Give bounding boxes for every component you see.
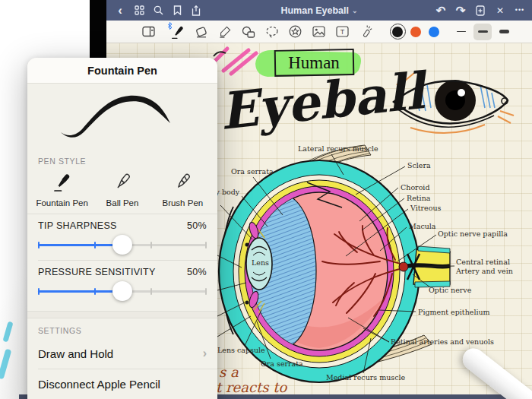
thickness-thick[interactable] (495, 24, 513, 40)
more-icon[interactable]: ••• (514, 5, 526, 17)
text-tool-icon[interactable]: T (334, 24, 351, 40)
diagram-label: Optic nerve papilla (438, 230, 508, 238)
pressure-sensitivity-label: PRESSURE SENSITIVITY (38, 267, 156, 277)
lasso-tool-icon[interactable] (264, 24, 280, 40)
slider-knob[interactable] (112, 281, 132, 301)
diagram-label: Lateral recurs muscle (298, 144, 378, 153)
diagram-label: Ora serrata (231, 167, 274, 176)
apple-pencil-connected-icon (167, 22, 173, 30)
nav-left-group: ‹ (106, 5, 202, 17)
diagram-label: Optic nerve (429, 286, 472, 294)
cyan-pen-stroke (0, 349, 11, 380)
pressure-sensitivity-value: 50% (187, 267, 207, 277)
pen-option-label: Brush Pen (162, 198, 203, 207)
disconnect-apple-pencil-label: Disconnect Apple Pencil (38, 378, 160, 391)
fountain-pen-icon (51, 170, 74, 196)
bookmark-icon[interactable] (171, 5, 183, 17)
color-swatch-blue[interactable] (429, 27, 439, 37)
svg-text:T: T (340, 28, 345, 36)
diagram-label: Pigment epithelium (418, 308, 490, 316)
tools-toolbar: T (106, 21, 532, 43)
fountain-pen-tool-icon[interactable] (169, 24, 186, 40)
thickness-options (451, 24, 515, 40)
script-title-eyeball: Eyeball (217, 60, 432, 141)
pen-style-section-label: PEN STYLE (27, 149, 217, 169)
highlighter-tool-icon[interactable] (217, 24, 233, 40)
sample-stroke (61, 96, 170, 138)
shapes-tool-icon[interactable] (240, 24, 257, 40)
draw-and-hold-label: Draw and Hold (38, 347, 113, 360)
back-icon[interactable]: ‹ (114, 5, 126, 17)
panel-title: Fountain Pen (27, 58, 217, 84)
pen-option-brush[interactable]: Brush Pen (153, 170, 213, 207)
diagram-label: Medial recurs muscle (326, 373, 406, 382)
eraser-tool-icon[interactable] (193, 24, 210, 40)
undo-icon[interactable]: ↶ (435, 5, 447, 17)
handwriting-line: s a (219, 364, 239, 380)
sticker-tool-icon[interactable] (287, 24, 304, 40)
chevron-right-icon: › (203, 347, 207, 360)
color-swatch-orange[interactable] (410, 27, 421, 37)
document-title-text: Human Eyeball (280, 5, 349, 16)
add-page-icon[interactable] (474, 5, 486, 17)
pen-style-options: Fountain Pen Ball Pen Brush Pen (27, 169, 217, 214)
pressure-sensitivity-block: PRESSURE SENSITIVITY 50% (27, 261, 217, 306)
human-word: Human (288, 53, 340, 72)
diagram-label: Lens capsule (217, 346, 265, 354)
nav-right-group: ↶ ↷ ✕ ••• (435, 5, 532, 17)
diagram-label: Retinal arteries and venuols (391, 337, 494, 346)
draw-and-hold-row[interactable]: Draw and Hold › (27, 338, 217, 369)
diagram-label: Ora serrata (261, 359, 303, 368)
settings-section-label: SETTINGS (27, 318, 217, 338)
brush-pen-icon (171, 170, 194, 196)
panel-view-icon[interactable] (140, 24, 157, 40)
ball-pen-icon (111, 170, 134, 196)
pen-option-label: Ball Pen (106, 198, 139, 207)
pen-option-ball[interactable]: Ball Pen (92, 170, 152, 207)
color-swatch-black[interactable] (392, 27, 403, 37)
laser-pointer-tool-icon[interactable] (358, 24, 375, 40)
handwriting-line: t reacts to (216, 379, 287, 395)
image-tool-icon[interactable] (311, 24, 328, 40)
thickness-medium[interactable] (473, 24, 492, 40)
tip-sharpness-value: 50% (187, 220, 207, 231)
navbar: ‹ Human Eyeball ⌄ ↶ ↷ ✕ ••• (106, 0, 532, 21)
tip-sharpness-block: TIP SHARPNESS 50% (27, 214, 217, 260)
tip-sharpness-label: TIP SHARPNESS (38, 220, 117, 231)
diagram-label: Sclera (407, 161, 431, 169)
screen: ‹ Human Eyeball ⌄ ↶ ↷ ✕ ••• (0, 0, 532, 399)
diagram-label: Central retinalArtery and vein (455, 258, 513, 275)
diagram-label: Macula (409, 222, 436, 230)
thickness-thin[interactable] (452, 24, 470, 40)
stroke-preview (27, 84, 217, 149)
share-icon[interactable] (190, 5, 202, 17)
pressure-sensitivity-slider[interactable] (38, 279, 207, 305)
diagram-label: Choroid (401, 183, 430, 192)
tip-sharpness-slider[interactable] (38, 233, 207, 258)
pen-option-fountain[interactable]: Fountain Pen (32, 170, 92, 207)
fountain-pen-panel: Fountain Pen PEN STYLE Fountain Pen Ball… (27, 58, 217, 399)
chevron-down-icon: ⌄ (352, 7, 358, 14)
close-icon[interactable]: ✕ (494, 5, 506, 17)
diagram-label: Vitreous (410, 204, 442, 212)
pen-option-label: Fountain Pen (36, 198, 87, 207)
redo-icon[interactable]: ↷ (454, 5, 467, 17)
color-swatches (388, 27, 443, 37)
cyan-pen-stroke (2, 321, 13, 343)
search-icon[interactable] (152, 5, 164, 17)
diagram-label: Retina (407, 194, 431, 202)
diagram-label: Lens (252, 258, 269, 267)
disconnect-apple-pencil-row[interactable]: Disconnect Apple Pencil (27, 369, 217, 399)
thumbnails-grid-icon[interactable] (133, 5, 145, 17)
slider-knob[interactable] (112, 235, 132, 255)
